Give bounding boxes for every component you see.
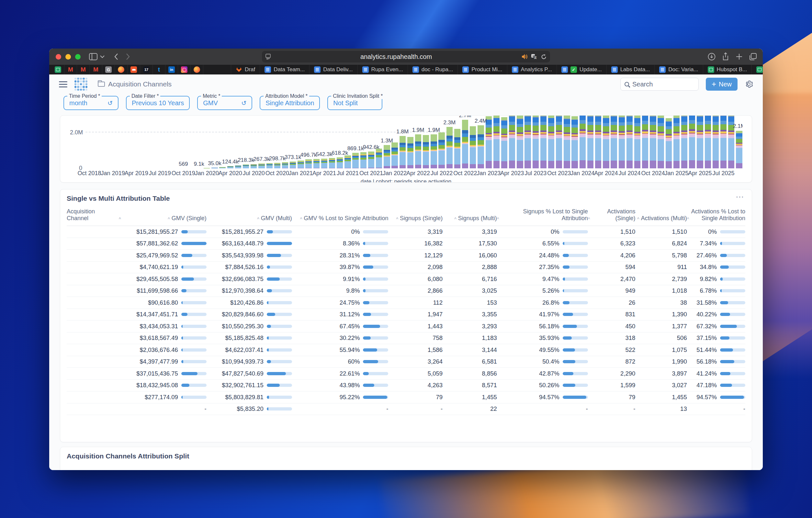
stacked-bar[interactable] bbox=[517, 116, 523, 168]
ellipsis-menu-icon[interactable]: ⋯ bbox=[735, 192, 745, 202]
sort-caret-icon[interactable]: ^ bbox=[396, 217, 399, 222]
filter-attribution-model-[interactable]: Attribution Model *Single Attribution bbox=[260, 96, 320, 110]
table-row[interactable]: $18,432,945.08$32,902,761.1543.98%4,2638… bbox=[67, 380, 745, 392]
url-text[interactable]: analytics.rupahealth.com bbox=[271, 53, 521, 61]
stacked-bar[interactable] bbox=[360, 152, 367, 168]
stacked-bar[interactable] bbox=[642, 116, 648, 168]
stacked-bar[interactable] bbox=[227, 166, 233, 168]
bookmark-item[interactable]: doc - Rupa... bbox=[408, 65, 458, 75]
sort-caret-icon[interactable]: ^ bbox=[300, 217, 302, 222]
new-button[interactable]: + New bbox=[706, 78, 737, 91]
stacked-bar[interactable] bbox=[438, 133, 444, 168]
stacked-bar[interactable] bbox=[540, 116, 547, 168]
filter-metric-[interactable]: Metric *GMV↺ bbox=[197, 96, 252, 110]
stacked-bar[interactable] bbox=[258, 164, 264, 168]
stacked-bar[interactable] bbox=[407, 137, 413, 168]
stacked-bar[interactable] bbox=[673, 116, 679, 168]
stacked-bar[interactable] bbox=[666, 118, 672, 168]
zoom-window-button[interactable] bbox=[75, 54, 81, 60]
share-icon[interactable] bbox=[722, 53, 729, 61]
sidebar-toggle-icon[interactable] bbox=[89, 53, 97, 60]
sort-caret-icon[interactable]: ^ bbox=[257, 217, 259, 222]
stacked-bar[interactable] bbox=[580, 116, 586, 168]
stacked-bar[interactable] bbox=[243, 165, 249, 168]
table-row[interactable]: $3,434,053.31$10,550,295.3067.45%1,4433,… bbox=[67, 320, 745, 333]
column-header-activations-single-[interactable]: ^Activations (Single) bbox=[588, 208, 636, 222]
filter-clinic-invitation-split-[interactable]: Clinic Invitation Split *Not Split bbox=[327, 96, 382, 110]
stacked-bar[interactable] bbox=[415, 134, 421, 168]
bookmark-item[interactable]: Mapping -... bbox=[752, 65, 763, 75]
stacked-bar[interactable] bbox=[713, 116, 719, 168]
column-header-signups-lost-to-single-attribution[interactable]: ^Signups % Lost to Single Attribution bbox=[497, 208, 588, 222]
table-row[interactable]: $4,740,621.19$7,884,526.1639.87%2,0982,8… bbox=[67, 262, 745, 274]
stacked-bar[interactable] bbox=[462, 120, 468, 168]
bookmark-item[interactable]: M bbox=[77, 65, 90, 75]
column-header-gmv-multi-[interactable]: ^GMV (Multi) bbox=[207, 208, 292, 222]
reload-icon[interactable] bbox=[541, 54, 547, 60]
filter-date-filter-[interactable]: Date Filter *Previous 10 Years bbox=[126, 96, 190, 110]
stacked-bar[interactable] bbox=[313, 159, 320, 168]
column-header-gmv-lost-to-single-attribution[interactable]: ^GMV % Lost to Single Attribution bbox=[292, 208, 388, 222]
table-row[interactable]: $15,281,955.27$15,281,955.270%3,3193,319… bbox=[67, 226, 745, 238]
bookmark-item[interactable]: Labs Data... bbox=[607, 65, 655, 75]
stacked-bar[interactable] bbox=[611, 116, 617, 168]
sort-caret-icon[interactable]: ^ bbox=[687, 217, 689, 222]
stacked-bar[interactable] bbox=[524, 116, 531, 168]
breadcrumb[interactable]: Acquisition Channels bbox=[98, 80, 172, 88]
stacked-bar[interactable] bbox=[477, 125, 484, 168]
table-row[interactable]: $14,347,451.71$20,829,846.6031.12%1,9473… bbox=[67, 309, 745, 321]
stacked-bar[interactable] bbox=[532, 116, 539, 168]
close-window-button[interactable] bbox=[56, 54, 61, 60]
stacked-bar[interactable] bbox=[329, 158, 335, 168]
sort-caret-icon[interactable]: ^ bbox=[454, 217, 457, 222]
table-row[interactable]: $25,479,969.52$35,543,939.9828.31%12,129… bbox=[67, 250, 745, 262]
stacked-bar[interactable] bbox=[274, 163, 280, 168]
stacked-bar[interactable] bbox=[509, 116, 515, 168]
stacked-bar[interactable] bbox=[282, 162, 288, 168]
stacked-bar[interactable] bbox=[736, 131, 742, 168]
bookmark-item[interactable]: Data Deliv... bbox=[310, 65, 357, 75]
stacked-bar[interactable] bbox=[697, 116, 703, 168]
bookmark-item[interactable]: Product Mi... bbox=[458, 65, 507, 75]
bookmark-item[interactable]: Draf bbox=[231, 65, 260, 75]
tab-overview-icon[interactable] bbox=[749, 53, 757, 61]
table-row[interactable]: $29,455,505.58$32,696,083.759.91%6,0806,… bbox=[67, 273, 745, 285]
bookmark-item[interactable]: Data Team... bbox=[260, 65, 310, 75]
bookmark-item[interactable]: G bbox=[102, 65, 115, 75]
stacked-bar[interactable] bbox=[235, 166, 241, 168]
table-row[interactable]: $4,397,477.99$10,994,939.7360%3,2646,581… bbox=[67, 356, 745, 368]
stacked-bar[interactable] bbox=[337, 157, 343, 168]
stacked-bar[interactable] bbox=[650, 116, 656, 168]
stacked-bar[interactable] bbox=[423, 135, 429, 168]
stacked-bar[interactable] bbox=[501, 117, 508, 168]
history-icon[interactable]: ↺ bbox=[241, 99, 246, 107]
minimize-window-button[interactable] bbox=[65, 54, 71, 60]
bookmark-item[interactable]: M bbox=[64, 65, 77, 75]
bookmark-item[interactable] bbox=[127, 65, 140, 75]
stacked-bar[interactable] bbox=[392, 142, 398, 168]
table-row[interactable]: $277,174.09$5,803,829.8195.22%791,45594.… bbox=[67, 392, 745, 403]
settings-gear-icon[interactable] bbox=[745, 80, 753, 88]
sort-caret-icon[interactable]: ^ bbox=[497, 217, 499, 222]
audio-playing-icon[interactable] bbox=[521, 54, 528, 60]
stacked-bar[interactable] bbox=[266, 163, 272, 168]
new-tab-icon[interactable] bbox=[735, 53, 743, 60]
filter-time-period-[interactable]: Time Period *month↺ bbox=[63, 96, 118, 110]
stacked-bar[interactable] bbox=[251, 164, 257, 168]
history-icon[interactable]: ↺ bbox=[108, 99, 113, 107]
stacked-bar[interactable] bbox=[681, 116, 687, 168]
stacked-bar[interactable] bbox=[290, 162, 296, 168]
bookmark-item[interactable] bbox=[178, 65, 191, 75]
bookmark-item[interactable]: M bbox=[90, 65, 102, 75]
stacked-bar[interactable] bbox=[368, 151, 374, 168]
column-header-signups-multi-[interactable]: ^Signups (Multi) bbox=[442, 208, 497, 222]
page-settings-icon[interactable] bbox=[265, 54, 271, 60]
stacked-bar[interactable] bbox=[376, 149, 382, 168]
stacked-bar[interactable] bbox=[305, 159, 312, 168]
stacked-bar[interactable] bbox=[219, 167, 225, 168]
stacked-bar[interactable] bbox=[352, 153, 358, 168]
stacked-bar[interactable] bbox=[297, 161, 304, 168]
address-bar[interactable]: analytics.rupahealth.com A文 bbox=[262, 51, 550, 62]
stacked-bar[interactable] bbox=[595, 116, 601, 168]
bookmark-item[interactable]: ✓Update... bbox=[557, 65, 607, 75]
